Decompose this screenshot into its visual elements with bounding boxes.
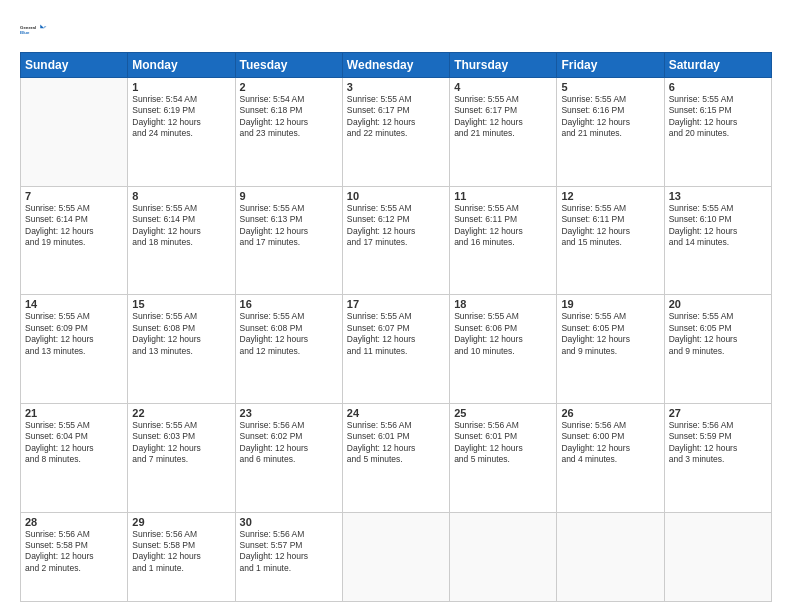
day-detail: Sunrise: 5:55 AMSunset: 6:08 PMDaylight:… xyxy=(240,311,338,357)
calendar-cell xyxy=(664,512,771,602)
calendar-cell: 14Sunrise: 5:55 AMSunset: 6:09 PMDayligh… xyxy=(21,295,128,404)
day-number: 21 xyxy=(25,407,123,419)
day-number: 10 xyxy=(347,190,445,202)
calendar-cell xyxy=(450,512,557,602)
calendar-header-friday: Friday xyxy=(557,53,664,78)
day-number: 13 xyxy=(669,190,767,202)
day-detail: Sunrise: 5:56 AMSunset: 6:01 PMDaylight:… xyxy=(347,420,445,466)
day-detail: Sunrise: 5:55 AMSunset: 6:16 PMDaylight:… xyxy=(561,94,659,140)
calendar-cell: 10Sunrise: 5:55 AMSunset: 6:12 PMDayligh… xyxy=(342,186,449,295)
calendar-cell: 25Sunrise: 5:56 AMSunset: 6:01 PMDayligh… xyxy=(450,403,557,512)
day-detail: Sunrise: 5:55 AMSunset: 6:14 PMDaylight:… xyxy=(132,203,230,249)
day-number: 22 xyxy=(132,407,230,419)
day-number: 20 xyxy=(669,298,767,310)
day-detail: Sunrise: 5:55 AMSunset: 6:12 PMDaylight:… xyxy=(347,203,445,249)
day-number: 6 xyxy=(669,81,767,93)
day-detail: Sunrise: 5:55 AMSunset: 6:05 PMDaylight:… xyxy=(669,311,767,357)
day-detail: Sunrise: 5:55 AMSunset: 6:17 PMDaylight:… xyxy=(347,94,445,140)
calendar-cell: 1Sunrise: 5:54 AMSunset: 6:19 PMDaylight… xyxy=(128,78,235,187)
day-number: 27 xyxy=(669,407,767,419)
day-number: 25 xyxy=(454,407,552,419)
logo-icon: GeneralBlue xyxy=(20,16,48,44)
calendar-cell: 30Sunrise: 5:56 AMSunset: 5:57 PMDayligh… xyxy=(235,512,342,602)
calendar-week-4: 21Sunrise: 5:55 AMSunset: 6:04 PMDayligh… xyxy=(21,403,772,512)
calendar-header-row: SundayMondayTuesdayWednesdayThursdayFrid… xyxy=(21,53,772,78)
calendar-week-5: 28Sunrise: 5:56 AMSunset: 5:58 PMDayligh… xyxy=(21,512,772,602)
day-number: 30 xyxy=(240,516,338,528)
calendar-cell: 6Sunrise: 5:55 AMSunset: 6:15 PMDaylight… xyxy=(664,78,771,187)
day-detail: Sunrise: 5:55 AMSunset: 6:07 PMDaylight:… xyxy=(347,311,445,357)
calendar-header-thursday: Thursday xyxy=(450,53,557,78)
day-number: 29 xyxy=(132,516,230,528)
day-detail: Sunrise: 5:55 AMSunset: 6:14 PMDaylight:… xyxy=(25,203,123,249)
calendar-cell: 12Sunrise: 5:55 AMSunset: 6:11 PMDayligh… xyxy=(557,186,664,295)
calendar-cell: 5Sunrise: 5:55 AMSunset: 6:16 PMDaylight… xyxy=(557,78,664,187)
day-detail: Sunrise: 5:55 AMSunset: 6:03 PMDaylight:… xyxy=(132,420,230,466)
day-number: 5 xyxy=(561,81,659,93)
day-number: 28 xyxy=(25,516,123,528)
day-detail: Sunrise: 5:55 AMSunset: 6:09 PMDaylight:… xyxy=(25,311,123,357)
calendar-header-saturday: Saturday xyxy=(664,53,771,78)
calendar-cell xyxy=(342,512,449,602)
calendar-header-sunday: Sunday xyxy=(21,53,128,78)
calendar-cell: 2Sunrise: 5:54 AMSunset: 6:18 PMDaylight… xyxy=(235,78,342,187)
calendar-week-3: 14Sunrise: 5:55 AMSunset: 6:09 PMDayligh… xyxy=(21,295,772,404)
day-detail: Sunrise: 5:55 AMSunset: 6:10 PMDaylight:… xyxy=(669,203,767,249)
day-number: 15 xyxy=(132,298,230,310)
day-detail: Sunrise: 5:55 AMSunset: 6:17 PMDaylight:… xyxy=(454,94,552,140)
calendar-cell: 21Sunrise: 5:55 AMSunset: 6:04 PMDayligh… xyxy=(21,403,128,512)
day-detail: Sunrise: 5:55 AMSunset: 6:06 PMDaylight:… xyxy=(454,311,552,357)
calendar-cell: 16Sunrise: 5:55 AMSunset: 6:08 PMDayligh… xyxy=(235,295,342,404)
calendar-cell: 17Sunrise: 5:55 AMSunset: 6:07 PMDayligh… xyxy=(342,295,449,404)
day-detail: Sunrise: 5:56 AMSunset: 5:58 PMDaylight:… xyxy=(132,529,230,575)
calendar-cell: 3Sunrise: 5:55 AMSunset: 6:17 PMDaylight… xyxy=(342,78,449,187)
day-number: 2 xyxy=(240,81,338,93)
logo: GeneralBlue xyxy=(20,16,48,44)
day-number: 7 xyxy=(25,190,123,202)
calendar-cell: 23Sunrise: 5:56 AMSunset: 6:02 PMDayligh… xyxy=(235,403,342,512)
day-detail: Sunrise: 5:56 AMSunset: 6:02 PMDaylight:… xyxy=(240,420,338,466)
calendar-cell xyxy=(557,512,664,602)
day-number: 19 xyxy=(561,298,659,310)
calendar-cell: 26Sunrise: 5:56 AMSunset: 6:00 PMDayligh… xyxy=(557,403,664,512)
calendar-table: SundayMondayTuesdayWednesdayThursdayFrid… xyxy=(20,52,772,602)
day-detail: Sunrise: 5:55 AMSunset: 6:05 PMDaylight:… xyxy=(561,311,659,357)
day-detail: Sunrise: 5:56 AMSunset: 5:59 PMDaylight:… xyxy=(669,420,767,466)
calendar-header-monday: Monday xyxy=(128,53,235,78)
svg-marker-2 xyxy=(40,24,44,28)
calendar-cell: 9Sunrise: 5:55 AMSunset: 6:13 PMDaylight… xyxy=(235,186,342,295)
calendar-cell: 13Sunrise: 5:55 AMSunset: 6:10 PMDayligh… xyxy=(664,186,771,295)
day-number: 9 xyxy=(240,190,338,202)
calendar-header-wednesday: Wednesday xyxy=(342,53,449,78)
day-number: 24 xyxy=(347,407,445,419)
day-detail: Sunrise: 5:55 AMSunset: 6:13 PMDaylight:… xyxy=(240,203,338,249)
svg-text:Blue: Blue xyxy=(20,30,30,35)
calendar-header-tuesday: Tuesday xyxy=(235,53,342,78)
day-detail: Sunrise: 5:56 AMSunset: 6:01 PMDaylight:… xyxy=(454,420,552,466)
calendar-cell: 7Sunrise: 5:55 AMSunset: 6:14 PMDaylight… xyxy=(21,186,128,295)
day-number: 23 xyxy=(240,407,338,419)
day-number: 4 xyxy=(454,81,552,93)
day-number: 1 xyxy=(132,81,230,93)
calendar-cell: 22Sunrise: 5:55 AMSunset: 6:03 PMDayligh… xyxy=(128,403,235,512)
day-number: 17 xyxy=(347,298,445,310)
calendar-cell: 18Sunrise: 5:55 AMSunset: 6:06 PMDayligh… xyxy=(450,295,557,404)
svg-text:General: General xyxy=(20,25,36,30)
svg-marker-3 xyxy=(44,26,46,28)
calendar-week-2: 7Sunrise: 5:55 AMSunset: 6:14 PMDaylight… xyxy=(21,186,772,295)
day-detail: Sunrise: 5:54 AMSunset: 6:19 PMDaylight:… xyxy=(132,94,230,140)
calendar-week-1: 1Sunrise: 5:54 AMSunset: 6:19 PMDaylight… xyxy=(21,78,772,187)
calendar-cell: 28Sunrise: 5:56 AMSunset: 5:58 PMDayligh… xyxy=(21,512,128,602)
calendar-cell: 19Sunrise: 5:55 AMSunset: 6:05 PMDayligh… xyxy=(557,295,664,404)
day-number: 3 xyxy=(347,81,445,93)
day-number: 18 xyxy=(454,298,552,310)
day-number: 16 xyxy=(240,298,338,310)
page-header: GeneralBlue xyxy=(20,16,772,44)
calendar-cell: 20Sunrise: 5:55 AMSunset: 6:05 PMDayligh… xyxy=(664,295,771,404)
calendar-cell: 11Sunrise: 5:55 AMSunset: 6:11 PMDayligh… xyxy=(450,186,557,295)
day-number: 11 xyxy=(454,190,552,202)
day-detail: Sunrise: 5:55 AMSunset: 6:04 PMDaylight:… xyxy=(25,420,123,466)
calendar-cell xyxy=(21,78,128,187)
day-detail: Sunrise: 5:56 AMSunset: 5:57 PMDaylight:… xyxy=(240,529,338,575)
calendar-cell: 15Sunrise: 5:55 AMSunset: 6:08 PMDayligh… xyxy=(128,295,235,404)
